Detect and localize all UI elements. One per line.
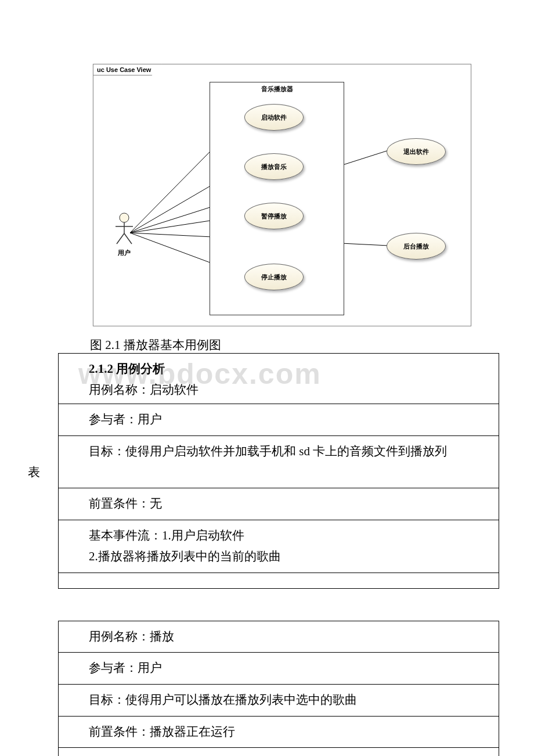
system-title: 音乐播放器 [210, 81, 344, 93]
usecase-exit: 退出软件 [387, 138, 446, 165]
uc2-precondition: 前置条件：播放器正在运行 [59, 716, 499, 748]
usecase-table-1: 2.1.2 用例分析 用例名称：启动软件 参与者：用户 目标：使得用户启动软件并… [58, 353, 499, 589]
uc1-target: 目标：使得用户启动软件并加载手机和 sd 卡上的音频文件到播放列 表 [59, 435, 499, 488]
stick-figure-icon [114, 213, 134, 245]
svg-point-6 [120, 213, 129, 222]
usecase-play: 播放音乐 [244, 153, 304, 180]
actor-label: 用户 [114, 249, 134, 257]
section-heading-2-1-2: 2.1.2 用例分析 [89, 359, 494, 380]
usecase-start: 启动软件 [244, 104, 304, 131]
usecase-table-2: 用例名称：播放 参与者：用户 目标：使得用户可以播放在播放列表中选中的歌曲 前置… [58, 621, 499, 757]
uc1-blank [59, 573, 499, 588]
uc1-precondition: 前置条件：无 [59, 488, 499, 520]
uc2-actor: 参与者：用户 [59, 652, 499, 684]
uc1-actor: 参与者：用户 [59, 404, 499, 435]
usecase-pause: 暂停播放 [244, 203, 304, 229]
uc1-name: 用例名称：启动软件 [89, 380, 494, 401]
figure-caption: 图 2.1 播放器基本用例图 [90, 337, 499, 353]
svg-line-9 [117, 233, 124, 244]
diagram-tab: uc Use Case View [93, 64, 162, 75]
svg-line-10 [124, 233, 132, 244]
uc2-target: 目标：使得用户可以播放在播放列表中选中的歌曲 [59, 684, 499, 716]
actor-user: 用户 [114, 213, 134, 257]
usecase-background: 后台播放 [387, 233, 446, 260]
use-case-diagram: uc Use Case View 用户 [93, 64, 471, 326]
uc2-name: 用例名称：播放 [59, 621, 499, 653]
usecase-stop: 停止播放 [244, 264, 304, 290]
uc1-flow: 基本事件流：1.用户启动软件 2.播放器将播放列表中的当前的歌曲 [59, 520, 499, 572]
uc2-flow: 基本事件流：1.用户单击“播放”按钮 [59, 747, 499, 756]
